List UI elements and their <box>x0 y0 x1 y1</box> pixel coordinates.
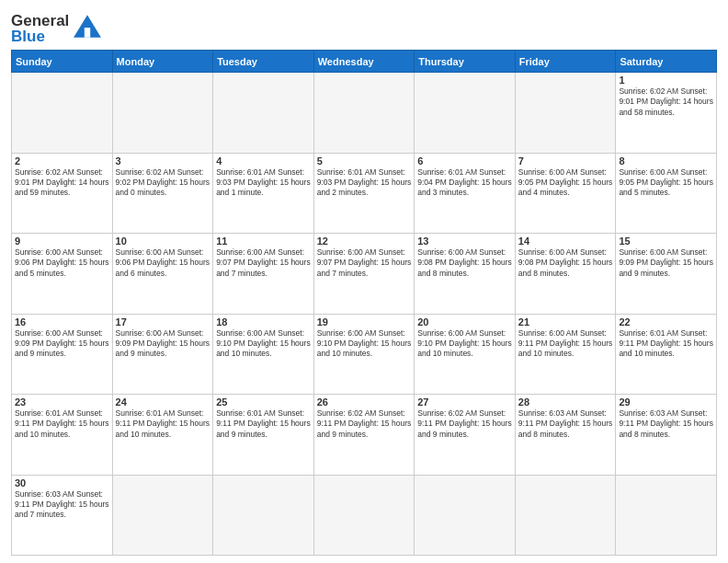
calendar-cell <box>313 73 415 154</box>
day-info: Sunrise: 6:00 AM Sunset: 9:09 PM Dayligh… <box>116 328 210 360</box>
day-info: Sunrise: 6:01 AM Sunset: 9:11 PM Dayligh… <box>216 408 311 440</box>
calendar-cell: 5Sunrise: 6:01 AM Sunset: 9:03 PM Daylig… <box>313 153 415 234</box>
calendar-cell: 8Sunrise: 6:00 AM Sunset: 9:05 PM Daylig… <box>616 153 717 234</box>
day-number: 24 <box>116 396 210 408</box>
calendar-cell <box>415 73 516 154</box>
calendar-cell: 1Sunrise: 6:02 AM Sunset: 9:01 PM Daylig… <box>616 73 717 154</box>
calendar-cell: 30Sunrise: 6:03 AM Sunset: 9:11 PM Dayli… <box>12 475 113 556</box>
calendar-cell: 7Sunrise: 6:00 AM Sunset: 9:05 PM Daylig… <box>515 153 616 234</box>
day-info: Sunrise: 6:02 AM Sunset: 9:11 PM Dayligh… <box>417 408 512 440</box>
day-number: 16 <box>15 316 109 327</box>
calendar-cell: 16Sunrise: 6:00 AM Sunset: 9:09 PM Dayli… <box>12 314 113 395</box>
calendar-cell: 4Sunrise: 6:01 AM Sunset: 9:03 PM Daylig… <box>213 153 314 234</box>
col-saturday: Saturday <box>616 51 717 73</box>
calendar-cell: 26Sunrise: 6:02 AM Sunset: 9:11 PM Dayli… <box>313 395 415 476</box>
calendar-cell: 14Sunrise: 6:00 AM Sunset: 9:08 PM Dayli… <box>515 234 616 315</box>
day-number: 12 <box>317 236 412 247</box>
day-info: Sunrise: 6:03 AM Sunset: 9:11 PM Dayligh… <box>15 489 109 521</box>
col-monday: Monday <box>112 51 213 73</box>
day-number: 18 <box>216 316 311 327</box>
calendar-cell: 11Sunrise: 6:00 AM Sunset: 9:07 PM Dayli… <box>213 234 314 315</box>
day-number: 25 <box>216 396 311 408</box>
calendar-cell <box>313 475 415 556</box>
calendar-cell <box>515 73 616 154</box>
header: General Blue <box>11 9 717 44</box>
day-info: Sunrise: 6:03 AM Sunset: 9:11 PM Dayligh… <box>619 408 713 440</box>
day-info: Sunrise: 6:00 AM Sunset: 9:06 PM Dayligh… <box>116 247 210 279</box>
calendar-cell <box>415 475 516 556</box>
day-number: 6 <box>417 155 512 167</box>
day-number: 7 <box>518 155 613 167</box>
day-info: Sunrise: 6:00 AM Sunset: 9:05 PM Dayligh… <box>619 167 713 199</box>
calendar-cell: 22Sunrise: 6:01 AM Sunset: 9:11 PM Dayli… <box>616 314 717 395</box>
calendar-week-row: 9Sunrise: 6:00 AM Sunset: 9:06 PM Daylig… <box>12 234 717 315</box>
day-info: Sunrise: 6:01 AM Sunset: 9:03 PM Dayligh… <box>216 167 311 199</box>
svg-rect-1 <box>85 28 90 38</box>
day-number: 22 <box>619 316 713 327</box>
day-number: 27 <box>417 396 512 408</box>
calendar-cell: 15Sunrise: 6:00 AM Sunset: 9:09 PM Dayli… <box>616 234 717 315</box>
calendar-cell: 17Sunrise: 6:00 AM Sunset: 9:09 PM Dayli… <box>112 314 213 395</box>
calendar-week-row: 1Sunrise: 6:02 AM Sunset: 9:01 PM Daylig… <box>12 73 717 154</box>
day-number: 1 <box>619 75 713 86</box>
day-number: 3 <box>116 155 210 167</box>
col-tuesday: Tuesday <box>213 51 314 73</box>
day-info: Sunrise: 6:02 AM Sunset: 9:11 PM Dayligh… <box>317 408 412 440</box>
calendar-cell: 28Sunrise: 6:03 AM Sunset: 9:11 PM Dayli… <box>515 395 616 476</box>
calendar-cell <box>112 73 213 154</box>
day-number: 13 <box>417 236 512 247</box>
calendar-cell: 21Sunrise: 6:00 AM Sunset: 9:11 PM Dayli… <box>515 314 616 395</box>
calendar-week-row: 23Sunrise: 6:01 AM Sunset: 9:11 PM Dayli… <box>12 395 717 476</box>
day-info: Sunrise: 6:02 AM Sunset: 9:01 PM Dayligh… <box>15 167 109 199</box>
page: General Blue Sunday Monday Tuesday Wedne… <box>0 0 728 563</box>
calendar-week-row: 2Sunrise: 6:02 AM Sunset: 9:01 PM Daylig… <box>12 153 717 234</box>
day-info: Sunrise: 6:00 AM Sunset: 9:08 PM Dayligh… <box>417 247 512 279</box>
calendar-table: Sunday Monday Tuesday Wednesday Thursday… <box>11 50 717 556</box>
calendar-cell: 27Sunrise: 6:02 AM Sunset: 9:11 PM Dayli… <box>415 395 516 476</box>
calendar-cell: 6Sunrise: 6:01 AM Sunset: 9:04 PM Daylig… <box>415 153 516 234</box>
day-number: 23 <box>15 396 109 408</box>
day-number: 4 <box>216 155 311 167</box>
day-info: Sunrise: 6:00 AM Sunset: 9:08 PM Dayligh… <box>518 247 613 279</box>
logo-triangle-icon <box>73 12 102 41</box>
calendar-cell: 12Sunrise: 6:00 AM Sunset: 9:07 PM Dayli… <box>313 234 415 315</box>
calendar-cell <box>213 475 314 556</box>
col-thursday: Thursday <box>415 51 516 73</box>
calendar-cell <box>12 73 113 154</box>
calendar-cell: 9Sunrise: 6:00 AM Sunset: 9:06 PM Daylig… <box>12 234 113 315</box>
day-number: 11 <box>216 236 311 247</box>
day-info: Sunrise: 6:01 AM Sunset: 9:03 PM Dayligh… <box>317 167 412 199</box>
day-info: Sunrise: 6:01 AM Sunset: 9:11 PM Dayligh… <box>619 328 713 360</box>
day-info: Sunrise: 6:01 AM Sunset: 9:11 PM Dayligh… <box>15 408 109 440</box>
col-sunday: Sunday <box>12 51 113 73</box>
calendar-cell: 19Sunrise: 6:00 AM Sunset: 9:10 PM Dayli… <box>313 314 415 395</box>
day-info: Sunrise: 6:01 AM Sunset: 9:11 PM Dayligh… <box>116 408 210 440</box>
day-info: Sunrise: 6:02 AM Sunset: 9:02 PM Dayligh… <box>116 167 210 199</box>
day-number: 29 <box>619 396 713 408</box>
day-number: 26 <box>317 396 412 408</box>
logo: General Blue <box>11 13 102 44</box>
day-info: Sunrise: 6:00 AM Sunset: 9:05 PM Dayligh… <box>518 167 613 199</box>
day-number: 15 <box>619 236 713 247</box>
calendar-cell: 10Sunrise: 6:00 AM Sunset: 9:06 PM Dayli… <box>112 234 213 315</box>
day-info: Sunrise: 6:00 AM Sunset: 9:10 PM Dayligh… <box>417 328 512 360</box>
day-info: Sunrise: 6:00 AM Sunset: 9:07 PM Dayligh… <box>317 247 412 279</box>
calendar-cell: 2Sunrise: 6:02 AM Sunset: 9:01 PM Daylig… <box>12 153 113 234</box>
col-friday: Friday <box>515 51 616 73</box>
day-number: 8 <box>619 155 713 167</box>
day-number: 19 <box>317 316 412 327</box>
day-info: Sunrise: 6:02 AM Sunset: 9:01 PM Dayligh… <box>619 86 713 118</box>
calendar-header-row: Sunday Monday Tuesday Wednesday Thursday… <box>12 51 717 73</box>
day-info: Sunrise: 6:03 AM Sunset: 9:11 PM Dayligh… <box>518 408 613 440</box>
calendar-cell <box>112 475 213 556</box>
day-info: Sunrise: 6:00 AM Sunset: 9:09 PM Dayligh… <box>619 247 713 279</box>
calendar-cell <box>213 73 314 154</box>
day-number: 30 <box>15 477 109 488</box>
calendar-cell: 24Sunrise: 6:01 AM Sunset: 9:11 PM Dayli… <box>112 395 213 476</box>
day-number: 17 <box>116 316 210 327</box>
calendar-cell: 20Sunrise: 6:00 AM Sunset: 9:10 PM Dayli… <box>415 314 516 395</box>
day-info: Sunrise: 6:00 AM Sunset: 9:06 PM Dayligh… <box>15 247 109 279</box>
day-info: Sunrise: 6:00 AM Sunset: 9:10 PM Dayligh… <box>216 328 311 360</box>
day-number: 10 <box>116 236 210 247</box>
col-wednesday: Wednesday <box>313 51 415 73</box>
